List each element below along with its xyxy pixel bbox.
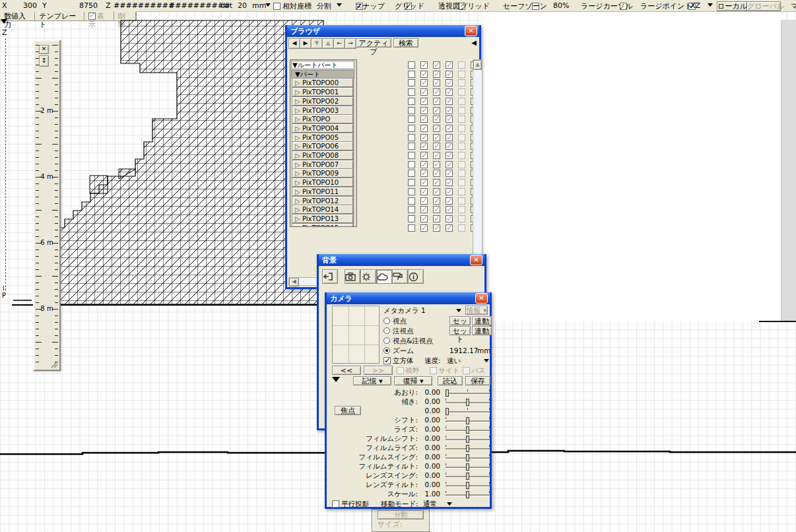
item-flag-checkbox[interactable] [458, 116, 465, 123]
delete-button[interactable]: 削除 [114, 12, 136, 20]
cloud-icon[interactable] [376, 269, 392, 284]
item-flag-checkbox[interactable] [446, 152, 453, 159]
slider-track[interactable] [446, 393, 490, 394]
item-flag-checkbox[interactable] [420, 224, 428, 232]
item-flag-checkbox[interactable] [408, 98, 415, 105]
item-flag-checkbox[interactable] [446, 61, 453, 69]
item-flag-checkbox[interactable] [446, 125, 453, 132]
zoom-radio[interactable] [383, 347, 390, 354]
plane-dropdown-icon[interactable] [708, 3, 713, 7]
move-mode-dropdown-icon[interactable] [447, 502, 452, 506]
memory-button[interactable]: 記憶 ▾ [353, 376, 391, 385]
item-flag-checkbox[interactable] [433, 79, 440, 86]
item-flag-checkbox[interactable] [408, 179, 415, 186]
item-flag-checkbox[interactable] [420, 206, 428, 213]
background-close-icon[interactable]: ✕ [470, 255, 482, 265]
viewpoint-radio[interactable] [383, 317, 390, 324]
item-flag-checkbox[interactable] [433, 116, 440, 123]
slider-thumb[interactable] [466, 436, 469, 443]
restore-button[interactable]: 復帰 ▾ [394, 376, 432, 385]
item-flag-checkbox[interactable] [408, 134, 415, 141]
camera-pad[interactable] [332, 306, 380, 364]
info-button[interactable]: 情報 ▾ [465, 306, 488, 315]
slider-track[interactable] [446, 467, 490, 468]
slider-track[interactable] [446, 430, 490, 431]
slider-track[interactable] [446, 439, 490, 440]
info-icon[interactable]: i [408, 269, 424, 284]
expand-dropdown-icon[interactable] [332, 377, 340, 382]
item-flag-checkbox[interactable] [408, 125, 415, 132]
item-flag-checkbox[interactable] [458, 125, 465, 132]
slider-value[interactable]: 0.00 [425, 434, 440, 442]
item-flag-checkbox[interactable] [446, 206, 453, 213]
prev-button[interactable]: << [332, 366, 361, 375]
item-flag-checkbox[interactable] [446, 170, 453, 177]
item-flag-checkbox[interactable] [408, 197, 415, 205]
item-flag-checkbox[interactable] [408, 79, 415, 86]
path-checkbox[interactable] [463, 367, 470, 374]
speed-dropdown-icon[interactable] [484, 359, 489, 362]
ruler-resize-icon[interactable]: ↕ [39, 55, 49, 67]
item-flag-checkbox[interactable] [408, 161, 415, 168]
item-flag-checkbox[interactable] [458, 179, 465, 186]
background-titlebar[interactable]: 背景 ✕ [319, 254, 484, 266]
split-button[interactable]: 分割 [378, 510, 424, 519]
item-flag-checkbox[interactable] [420, 61, 428, 69]
item-flag-checkbox[interactable] [446, 116, 453, 123]
item-flag-checkbox[interactable] [420, 152, 428, 159]
meta-camera-dropdown-icon[interactable] [456, 309, 461, 312]
target-set-button[interactable]: セット [449, 326, 471, 335]
slider-thumb[interactable] [466, 491, 469, 498]
unit-dropdown-icon[interactable] [265, 3, 271, 7]
slider-track[interactable] [446, 402, 490, 403]
exit-icon[interactable] [322, 269, 338, 284]
relative-coords-checkbox[interactable] [273, 3, 281, 10]
slider-value[interactable]: 0.00 [425, 471, 440, 479]
load-button[interactable]: 読込 [438, 376, 463, 385]
item-flag-checkbox[interactable] [420, 179, 428, 186]
viewport-empty[interactable] [481, 11, 781, 321]
item-flag-checkbox[interactable] [433, 206, 440, 213]
browser-vscrollbar[interactable]: ▲ ▼ [473, 59, 482, 266]
item-flag-checkbox[interactable] [446, 71, 453, 78]
slider-track[interactable] [446, 411, 490, 413]
parallel-checkbox[interactable] [332, 500, 339, 508]
item-flag-checkbox[interactable] [458, 224, 465, 232]
y-value-field[interactable]: 8750 [66, 1, 98, 10]
browser-titlebar[interactable]: ブラウザ ✕ [287, 25, 479, 37]
slider-thumb[interactable] [466, 426, 469, 434]
item-flag-checkbox[interactable] [433, 71, 440, 78]
item-flag-checkbox[interactable] [408, 143, 415, 150]
slider-value[interactable]: 0.00 [425, 416, 440, 424]
item-flag-checkbox[interactable] [446, 98, 453, 105]
slider-track[interactable] [446, 448, 490, 449]
focus-button[interactable]: 焦点 [335, 406, 361, 415]
ruler-panel[interactable]: 2 m4 m6 m8 m ✕ ↕ [33, 40, 61, 371]
item-flag-checkbox[interactable] [408, 61, 415, 69]
item-flag-checkbox[interactable] [458, 107, 465, 114]
camera-close-icon[interactable]: ✕ [475, 293, 488, 304]
item-flag-checkbox[interactable] [458, 98, 465, 105]
slider-thumb[interactable] [466, 445, 469, 452]
item-flag-checkbox[interactable] [420, 197, 428, 205]
item-flag-checkbox[interactable] [420, 71, 428, 78]
item-flag-checkbox[interactable] [433, 61, 440, 69]
split-label[interactable]: 分割 [317, 1, 331, 11]
item-flag-checkbox[interactable] [458, 161, 465, 168]
item-flag-checkbox[interactable] [433, 88, 440, 96]
slider-value[interactable]: 0.00 [425, 388, 440, 396]
local-button[interactable]: ローカル [717, 1, 747, 11]
viewport-scroll-strip[interactable] [781, 20, 796, 321]
show-toggle[interactable]: 表示 [84, 12, 114, 20]
item-flag-checkbox[interactable] [433, 224, 440, 232]
item-flag-checkbox[interactable] [458, 197, 465, 205]
item-flag-checkbox[interactable] [458, 71, 465, 78]
slider-value[interactable]: 0.00 [425, 397, 440, 405]
browser-close-icon[interactable]: ✕ [465, 26, 477, 36]
slider-thumb[interactable] [466, 399, 469, 406]
item-flag-checkbox[interactable] [446, 79, 453, 86]
item-flag-checkbox[interactable] [446, 188, 453, 195]
item-flag-checkbox[interactable] [458, 206, 465, 213]
item-flag-checkbox[interactable] [446, 134, 453, 141]
item-flag-checkbox[interactable] [420, 88, 428, 96]
